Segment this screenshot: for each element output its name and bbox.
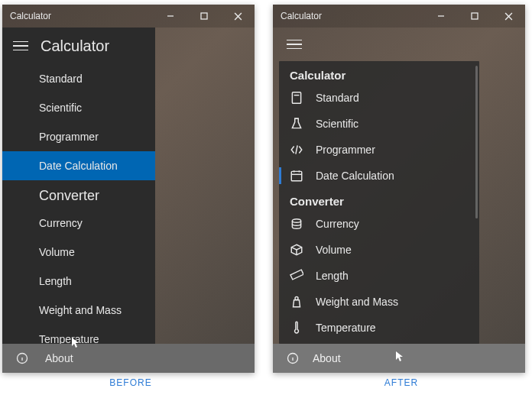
window-controls	[154, 5, 255, 28]
topbar	[273, 28, 525, 61]
menu-item-weight[interactable]: Weight and Mass	[279, 289, 479, 315]
caption-after: AFTER	[275, 377, 527, 388]
window-title: Calculator	[281, 11, 424, 21]
svg-rect-11	[292, 92, 300, 104]
code-icon	[290, 143, 303, 157]
window-before: Calculator Calculator Standard Scientifi…	[2, 5, 255, 373]
info-icon	[287, 352, 300, 364]
svg-rect-21	[290, 270, 303, 280]
menu-item-weight[interactable]: Weight and Mass	[2, 296, 155, 325]
titlebar: Calculator	[273, 5, 525, 28]
thermometer-icon	[290, 321, 303, 335]
weight-icon	[290, 295, 303, 309]
menu-item-currency[interactable]: Currency	[279, 211, 479, 237]
svg-line-14	[296, 145, 297, 154]
menu-item-standard[interactable]: Standard	[2, 64, 155, 93]
titlebar: Calculator	[2, 5, 255, 28]
caption-row: BEFORE AFTER	[0, 377, 532, 388]
currency-icon	[290, 217, 303, 231]
svg-rect-1	[201, 13, 207, 19]
svg-rect-8	[472, 13, 478, 19]
window-after: Calculator Calculator Standard Scientifi…	[273, 5, 525, 373]
close-button[interactable]	[491, 5, 525, 28]
cube-icon	[290, 243, 303, 257]
minimize-button[interactable]	[424, 5, 458, 28]
menu-list: Standard Scientific Programmer Date Calc…	[2, 64, 155, 344]
menu-item-currency[interactable]: Currency	[2, 209, 155, 238]
svg-point-19	[292, 219, 300, 223]
caption-before: BEFORE	[5, 377, 257, 388]
menu-item-volume[interactable]: Volume	[2, 238, 155, 267]
cursor-icon	[395, 351, 404, 365]
panel-title: Calculator	[41, 37, 109, 55]
calculator-icon	[290, 91, 303, 105]
hamburger-icon[interactable]	[284, 37, 305, 53]
maximize-button[interactable]	[187, 5, 221, 28]
maximize-button[interactable]	[458, 5, 491, 28]
calendar-icon	[290, 169, 303, 183]
about-label: About	[313, 352, 341, 364]
menu-item-programmer[interactable]: Programmer	[2, 122, 155, 151]
window-title: Calculator	[10, 11, 154, 21]
hamburger-icon[interactable]	[10, 38, 31, 54]
about-button[interactable]: About	[2, 344, 255, 373]
nav-panel: Calculator Standard Scientific Programme…	[279, 61, 479, 344]
svg-point-22	[295, 296, 298, 299]
about-label: About	[45, 352, 73, 364]
close-button[interactable]	[221, 5, 255, 28]
menu-item-date-calculation[interactable]: Date Calculation	[279, 163, 479, 189]
nav-panel: Calculator Standard Scientific Programme…	[2, 28, 155, 344]
menu-item-standard[interactable]: Standard	[279, 85, 479, 111]
menu-item-scientific[interactable]: Scientific	[2, 93, 155, 122]
menu-item-programmer[interactable]: Programmer	[279, 137, 479, 163]
cursor-icon	[71, 337, 80, 351]
menu-item-scientific[interactable]: Scientific	[279, 111, 479, 137]
menu-item-date-calculation[interactable]: Date Calculation	[2, 151, 155, 180]
menu-item-volume[interactable]: Volume	[279, 237, 479, 263]
menu-item-temperature[interactable]: Temperature	[279, 315, 479, 341]
section-header-converter: Converter	[279, 189, 479, 211]
section-header-converter: Converter	[2, 180, 155, 209]
flask-icon	[290, 117, 303, 131]
info-icon	[16, 352, 34, 364]
minimize-button[interactable]	[154, 5, 187, 28]
panel-header: Calculator	[2, 28, 155, 64]
window-controls	[424, 5, 525, 28]
svg-rect-15	[291, 171, 302, 180]
ruler-icon	[290, 269, 303, 283]
section-header-calculator: Calculator	[279, 61, 479, 85]
menu-item-length[interactable]: Length	[279, 263, 479, 289]
menu-item-length[interactable]: Length	[2, 267, 155, 296]
